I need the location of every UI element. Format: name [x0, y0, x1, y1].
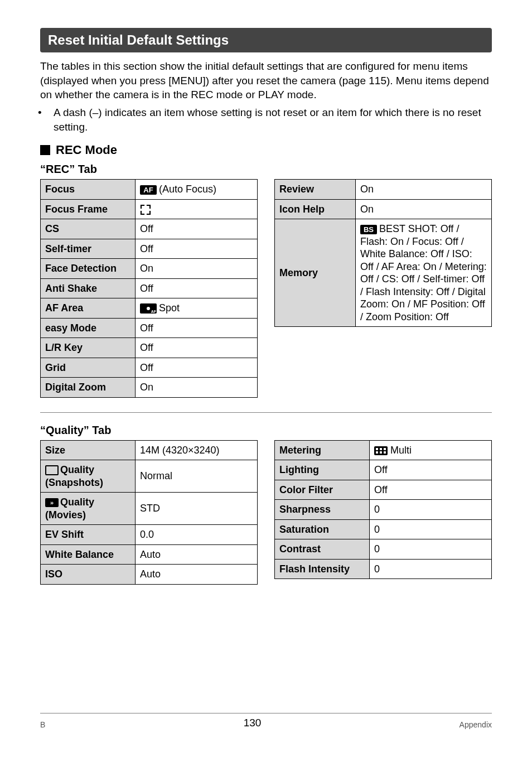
table-row: Size 14M (4320×3240) [41, 440, 258, 460]
row-key: »Quality (Movies) [41, 493, 136, 525]
row-key: Saturation [275, 519, 370, 539]
spot-af-icon: AF [140, 303, 157, 314]
table-row: ISO Auto [41, 565, 258, 585]
row-key: Anti Shake [41, 278, 136, 298]
quality-tables: Size 14M (4320×3240) Quality (Snapshots)… [40, 440, 492, 585]
svg-rect-1 [376, 448, 378, 450]
row-key: CS [41, 219, 136, 239]
table-row: »Quality (Movies) STD [41, 493, 258, 525]
row-val: Off [136, 239, 258, 259]
note-text: A dash (–) indicates an item whose setti… [54, 107, 481, 133]
row-key: Icon Help [275, 199, 356, 219]
row-val [136, 199, 258, 219]
table-row: White Balance Auto [41, 544, 258, 565]
row-key: Review [275, 180, 356, 200]
row-key: Flash Intensity [275, 559, 370, 579]
table-row: Flash Intensity 0 [275, 559, 492, 579]
svg-rect-6 [384, 451, 386, 454]
table-row: Face Detection On [41, 259, 258, 279]
quality-tab-title: “Quality” Tab [40, 424, 492, 437]
rec-table-left-wrap: Focus AF(Auto Focus) Focus Frame [40, 179, 258, 398]
rec-table-right-wrap: Review On Icon Help On Memory BSBEST SHO… [274, 179, 492, 327]
quality-table-right-wrap: Metering [274, 440, 492, 580]
row-val: Off [370, 460, 492, 480]
table-row: Review On [275, 180, 492, 200]
quality-table-right: Metering [274, 440, 492, 580]
row-key: Size [41, 440, 136, 460]
section-title: Reset Initial Default Settings [40, 28, 492, 52]
table-row: Quality (Snapshots) Normal [41, 460, 258, 493]
table-row: Focus Frame [41, 199, 258, 219]
row-val-text: (Auto Focus) [159, 184, 216, 195]
row-val: Off [370, 480, 492, 500]
row-key: easy Mode [41, 318, 136, 338]
table-row: Saturation 0 [275, 519, 492, 539]
footer-page-number: 130 [244, 717, 262, 729]
row-key: EV Shift [41, 525, 136, 545]
svg-rect-4 [376, 451, 378, 454]
focus-frame-icon [140, 204, 151, 215]
rec-tables: Focus AF(Auto Focus) Focus Frame [40, 179, 492, 398]
table-row: Contrast 0 [275, 539, 492, 560]
svg-rect-5 [380, 451, 382, 454]
table-row: Icon Help On [275, 199, 492, 219]
row-val: On [136, 378, 258, 398]
table-row: easy Mode Off [41, 318, 258, 338]
page-footer: B 130 Appendix [40, 713, 492, 729]
row-val: AF(Auto Focus) [136, 180, 258, 200]
table-row: CS Off [41, 219, 258, 239]
intro-text: The tables in this section show the init… [40, 59, 492, 102]
row-val: 0 [370, 539, 492, 560]
table-row: AF Area AF Spot [41, 298, 258, 319]
table-row: Self-timer Off [41, 239, 258, 259]
row-key: Memory [275, 219, 356, 327]
row-key: White Balance [41, 544, 136, 565]
rec-mode-heading: REC Mode [40, 143, 492, 157]
row-key: Digital Zoom [41, 378, 136, 398]
rec-mode-heading-text: REC Mode [56, 143, 117, 157]
row-key: Color Filter [275, 480, 370, 500]
table-row: L/R Key Off [41, 338, 258, 358]
row-val-text: BEST SHOT: Off / Flash: On / Focus: Off … [360, 223, 487, 322]
section-divider [40, 412, 492, 413]
svg-rect-2 [380, 448, 382, 450]
row-key: Metering [275, 440, 370, 460]
snapshot-icon [45, 465, 59, 475]
multi-metering-icon [374, 445, 390, 456]
bullet-dot: • [46, 105, 54, 120]
table-row: Grid Off [41, 358, 258, 378]
row-val: STD [136, 493, 258, 525]
row-val: Auto [136, 565, 258, 585]
row-val-text: Spot [159, 302, 180, 314]
movie-icon: » [45, 498, 59, 507]
row-val: Off [136, 278, 258, 298]
row-key: Contrast [275, 539, 370, 560]
row-key: ISO [41, 565, 136, 585]
row-val: Off [136, 318, 258, 338]
footer-left: B [40, 720, 45, 729]
table-row: Metering [275, 440, 492, 460]
row-key: Face Detection [41, 259, 136, 279]
page: Reset Initial Default Settings The table… [0, 0, 532, 757]
table-row: Anti Shake Off [41, 278, 258, 298]
row-val: 0 [370, 500, 492, 520]
table-row: EV Shift 0.0 [41, 525, 258, 545]
row-val: On [356, 180, 492, 200]
table-row: Digital Zoom On [41, 378, 258, 398]
svg-rect-0 [374, 446, 388, 455]
row-val: Auto [136, 544, 258, 565]
row-val: Multi [370, 440, 492, 460]
row-key: Quality (Snapshots) [41, 460, 136, 493]
row-val: On [136, 259, 258, 279]
svg-rect-3 [384, 448, 386, 450]
quality-table-left: Size 14M (4320×3240) Quality (Snapshots)… [40, 440, 258, 585]
table-row: Sharpness 0 [275, 500, 492, 520]
footer-right: Appendix [460, 720, 492, 729]
row-val: 0 [370, 559, 492, 579]
row-key: Grid [41, 358, 136, 378]
table-row: Lighting Off [275, 460, 492, 480]
square-bullet-icon [40, 145, 50, 155]
rec-table-left: Focus AF(Auto Focus) Focus Frame [40, 179, 258, 398]
rec-table-right: Review On Icon Help On Memory BSBEST SHO… [274, 179, 492, 327]
row-val: Off [136, 358, 258, 378]
